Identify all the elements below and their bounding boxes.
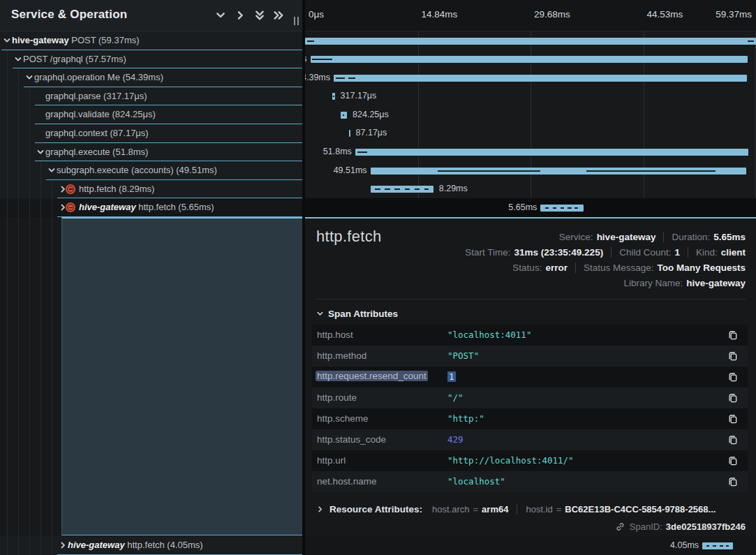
tree-row[interactable]: graphql.operation Me (54.39ms) (0, 68, 302, 87)
indent-guide (52, 217, 52, 555)
link-icon[interactable] (615, 521, 625, 532)
indent-guide (29, 536, 30, 555)
collapse-all-icon[interactable] (254, 10, 265, 21)
timeline-rows: 59.37ms57.57ms54.39ms317.17μs824.25μs87.… (305, 31, 756, 217)
timeline-row[interactable]: 317.17μs (305, 87, 756, 106)
indent-guide (7, 105, 8, 124)
axis-tick-label: 0μs (309, 9, 324, 20)
tree-row[interactable]: POST /graphql (57.57ms) (0, 50, 302, 69)
expand-one-icon[interactable] (235, 10, 246, 21)
copy-icon[interactable] (727, 330, 739, 341)
child-span-mark (568, 207, 571, 209)
tree-row[interactable]: graphql.parse (317.17μs) (0, 87, 302, 106)
copy-icon[interactable] (727, 413, 739, 424)
indent-guide (18, 105, 19, 124)
copy-icon[interactable] (727, 392, 739, 404)
copy-icon[interactable] (727, 476, 739, 487)
chevron-down-icon[interactable] (14, 55, 22, 64)
duration-label: 87.17μs (356, 128, 387, 138)
duration-label: 49.51ms (334, 165, 367, 175)
chevron-down-icon[interactable] (47, 166, 56, 175)
timeline-row[interactable]: 54.39ms (305, 68, 756, 87)
child-span-mark (336, 77, 345, 79)
collapse-one-icon[interactable] (215, 10, 226, 21)
child-span-mark (586, 170, 716, 172)
duration-label: 4.05ms (670, 540, 699, 550)
tree-row[interactable]: graphql.context (87.17μs) (0, 124, 302, 143)
chevron-down-icon[interactable] (36, 148, 45, 156)
tree-row[interactable]: graphql.validate (824.25μs) (0, 105, 302, 124)
tree-row[interactable]: hive-gateway http.fetch (4.05ms) (0, 536, 302, 555)
span-label: hive-gateway http.fetch (5.65ms) (79, 202, 214, 212)
child-span-mark (706, 545, 710, 547)
indent-guide (29, 198, 30, 217)
tree-row[interactable]: graphql.execute (51.8ms) (0, 143, 302, 162)
child-span-mark (748, 40, 754, 42)
resource-value: arm64 (482, 504, 508, 515)
timeline-row[interactable]: 59.37ms (305, 31, 756, 50)
meta-key: Library Name: (623, 278, 683, 288)
span-detail-panel: http.fetch Service:hive-gatewayDuration:… (305, 217, 756, 536)
indent-guide (7, 217, 8, 555)
panel-title: Service & Operation (11, 8, 127, 22)
splitter-drag-handle[interactable] (292, 17, 299, 25)
span-bar[interactable] (355, 149, 749, 156)
span-label: graphql.execute (51.8ms) (45, 147, 148, 157)
timeline-row[interactable]: 824.25μs (305, 105, 756, 124)
timeline-row[interactable]: 5.65ms (305, 198, 756, 217)
span-bar[interactable] (311, 56, 748, 63)
chevron-right-icon[interactable] (59, 541, 67, 549)
divider (316, 299, 746, 299)
timeline-row[interactable]: 4.05ms (305, 536, 756, 555)
child-span-mark (357, 151, 367, 153)
indent-guide (29, 87, 30, 106)
meta-key: Status: (512, 262, 542, 273)
span-bar[interactable] (349, 130, 350, 137)
indent-guide (18, 180, 19, 199)
meta-separator (688, 247, 688, 258)
timeline-row[interactable]: 57.57ms (305, 50, 756, 69)
meta-value: error (545, 262, 568, 273)
indent-guide (18, 124, 19, 143)
span-attributes-header[interactable]: Span Attributes (316, 309, 398, 319)
copy-icon[interactable] (727, 371, 739, 383)
child-span-mark (415, 188, 420, 190)
attribute-key: net.host.name (317, 476, 377, 487)
span-label: subgraph.execute (accounts) (49.51ms) (57, 165, 217, 175)
meta-key: Child Count: (619, 247, 671, 258)
child-span-mark (713, 545, 716, 547)
span-title: http.fetch (316, 228, 382, 246)
span-label: graphql.context (87.17μs) (45, 128, 149, 138)
copy-icon[interactable] (727, 434, 739, 445)
chevron-down-icon[interactable] (25, 73, 34, 82)
meta-line: Service:hive-gatewayDuration:5.65ms (465, 229, 746, 244)
indent-guide (29, 143, 30, 162)
chevron-down-icon[interactable] (3, 36, 11, 45)
error-icon (66, 202, 75, 212)
tree-row[interactable]: hive-gateway POST (59.37ms) (0, 31, 302, 50)
duration-label: 57.57ms (305, 54, 307, 64)
tree-row[interactable]: subgraph.execute (accounts) (49.51ms) (0, 161, 302, 180)
expand-all-icon[interactable] (273, 10, 284, 21)
tree-row[interactable]: http.fetch (8.29ms) (0, 180, 302, 199)
child-span-mark (553, 207, 556, 209)
indent-guide (18, 161, 19, 180)
copy-icon[interactable] (727, 455, 739, 466)
meta-value: 31ms (23:35:49.225) (514, 247, 604, 258)
timeline-row[interactable]: 51.8ms (305, 143, 756, 162)
attribute-value: 1 (447, 371, 456, 382)
timeline-row[interactable]: 49.51ms (305, 161, 756, 180)
duration-label: 824.25μs (353, 110, 389, 119)
axis-tick-label: 29.68ms (534, 9, 570, 20)
attribute-row: http.host"localhost:4011" (312, 325, 748, 346)
tree-row[interactable]: hive-gateway http.fetch (5.65ms) (0, 198, 302, 217)
indent-guide (29, 217, 30, 555)
duration-label: 51.8ms (323, 147, 352, 156)
resource-attributes-header[interactable]: Resource Attributes: host.arch=arm64host… (316, 500, 746, 518)
span-bar[interactable] (305, 38, 756, 45)
timeline-row[interactable]: 8.29ms (305, 180, 756, 199)
attribute-key: http.status_code (317, 434, 386, 445)
copy-icon[interactable] (727, 350, 739, 362)
timeline-row[interactable]: 87.17μs (305, 124, 756, 143)
span-bar[interactable] (334, 75, 747, 82)
